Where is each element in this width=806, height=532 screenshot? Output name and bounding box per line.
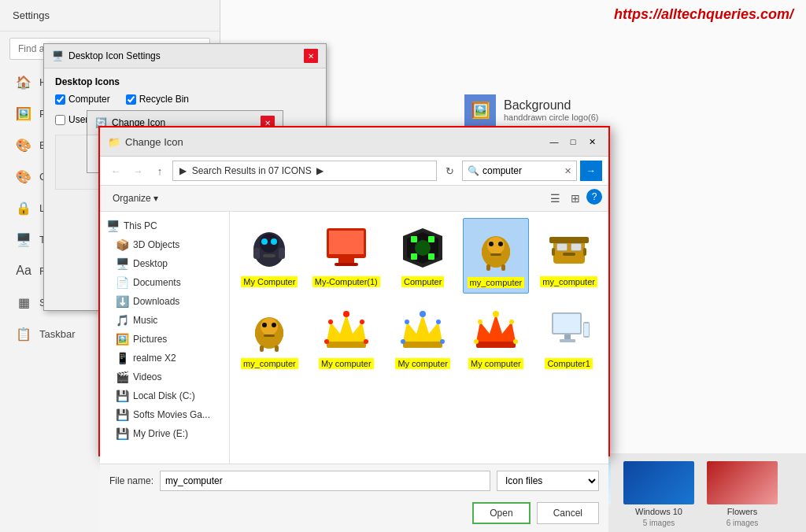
file-item-my-computer-walle[interactable]: my_computer xyxy=(535,218,602,294)
checkbox-computer-input[interactable] xyxy=(55,94,65,105)
tree-item-videos[interactable]: 🎬 Videos xyxy=(100,368,229,386)
organize-button[interactable]: Organize ▾ xyxy=(106,190,165,206)
file-item-crown-2[interactable]: My computer xyxy=(390,300,457,374)
svg-rect-44 xyxy=(275,345,279,352)
tree-item-my-drive[interactable]: 💾 My Drive (E:) xyxy=(100,424,229,443)
tree-item-downloads[interactable]: ⬇️ Downloads xyxy=(100,292,229,311)
svg-marker-59 xyxy=(476,314,516,342)
search-go-button[interactable]: → xyxy=(580,161,602,181)
search-input[interactable] xyxy=(482,165,561,176)
desktop-icons-section-label: Desktop Icons xyxy=(55,76,315,87)
svg-point-63 xyxy=(509,320,514,324)
svg-rect-6 xyxy=(279,248,285,259)
my-drive-icon: 💾 xyxy=(116,427,128,440)
wallpaper-windows10-thumb xyxy=(623,461,694,504)
minimize-button[interactable]: — xyxy=(545,133,563,150)
checkbox-recycle-bin[interactable]: Recycle Bin xyxy=(126,94,189,105)
checkbox-recycle-bin-input[interactable] xyxy=(126,94,136,105)
filetype-select[interactable]: Icon files All files xyxy=(497,471,599,491)
tree-item-pictures[interactable]: 🖼️ Pictures xyxy=(100,330,229,349)
window-controls: — □ ✕ xyxy=(545,133,601,150)
file-item-crown-3[interactable]: My computer xyxy=(463,300,530,374)
view-grid-button[interactable]: ⊞ xyxy=(566,189,585,208)
open-button[interactable]: Open xyxy=(472,502,530,524)
background-section: 🖼️ Background handdrawn circle logo(6) xyxy=(464,94,598,126)
back-button[interactable]: ← xyxy=(106,161,125,180)
svg-rect-35 xyxy=(549,237,589,243)
help-button[interactable]: ? xyxy=(586,189,602,205)
filename-input[interactable] xyxy=(160,471,490,491)
svg-point-64 xyxy=(474,339,479,344)
desktop-icon-settings-close-button[interactable]: ✕ xyxy=(304,49,318,63)
file-label-computer: Computer xyxy=(401,276,444,287)
tree-item-desktop[interactable]: 🖥️ Desktop xyxy=(100,254,229,273)
themes-icon: 🖥️ xyxy=(16,231,31,247)
file-icon-my-computer-1 xyxy=(321,223,372,273)
svg-rect-71 xyxy=(584,323,589,336)
background-icon: 🎨 xyxy=(16,137,31,153)
svg-point-55 xyxy=(405,320,409,324)
svg-rect-17 xyxy=(428,253,434,260)
svg-rect-67 xyxy=(553,314,580,333)
svg-point-56 xyxy=(436,320,441,324)
checkbox-computer[interactable]: Computer xyxy=(55,94,110,105)
tree-item-downloads-label: Downloads xyxy=(133,296,179,307)
maximize-button[interactable]: □ xyxy=(564,133,582,150)
cancel-button[interactable]: Cancel xyxy=(537,502,599,524)
svg-rect-30 xyxy=(557,244,567,250)
address-path[interactable]: ▶ Search Results in 07 ICONS ▶ xyxy=(172,161,437,181)
svg-point-58 xyxy=(440,339,445,344)
svg-point-48 xyxy=(328,320,333,324)
svg-point-21 xyxy=(498,242,503,246)
svg-rect-41 xyxy=(255,328,261,338)
3d-objects-icon: 📦 xyxy=(116,238,128,251)
svg-point-54 xyxy=(420,311,426,317)
checkbox-users-files-input[interactable] xyxy=(55,115,65,125)
tree-item-realmex2[interactable]: 📱 realme X2 xyxy=(100,349,229,368)
search-box: 🔍 ✕ xyxy=(462,161,577,181)
forward-button[interactable]: → xyxy=(128,161,147,180)
wallpaper-flowers[interactable]: Flowers 6 images xyxy=(707,461,778,527)
close-button[interactable]: ✕ xyxy=(583,133,601,150)
file-item-computer[interactable]: Computer xyxy=(390,218,457,294)
view-list-button[interactable]: ☰ xyxy=(545,189,564,208)
tree-item-this-pc-label: This PC xyxy=(124,220,157,231)
svg-rect-14 xyxy=(411,236,417,242)
svg-point-13 xyxy=(415,240,431,256)
file-item-my-computer-1[interactable]: My-Computer(1) xyxy=(309,218,383,294)
file-item-my-computer[interactable]: My Computer xyxy=(236,218,303,294)
view-buttons: ☰ ⊞ ? xyxy=(545,189,602,208)
documents-icon: 📄 xyxy=(116,276,128,289)
svg-point-49 xyxy=(360,320,364,324)
wallpaper-windows10[interactable]: Windows 10 5 images xyxy=(623,461,694,527)
file-item-computer1[interactable]: Computer1 xyxy=(535,300,602,374)
svg-rect-31 xyxy=(571,244,581,250)
svg-rect-5 xyxy=(253,248,260,259)
wallpaper-windows10-label: Windows 10 xyxy=(635,507,682,516)
file-item-crown-1[interactable]: My computer xyxy=(309,300,383,374)
tree-item-3d-objects[interactable]: 📦 3D Objects xyxy=(100,235,229,254)
file-icon-my-computer-selected xyxy=(471,224,521,274)
change-icon-title-label: Change Icon xyxy=(125,136,183,148)
svg-rect-16 xyxy=(411,253,417,260)
svg-rect-60 xyxy=(476,342,516,348)
refresh-button[interactable]: ↻ xyxy=(440,161,459,180)
file-item-my-computer-selected[interactable]: my_computer xyxy=(463,218,530,294)
tree-item-documents[interactable]: 📄 Documents xyxy=(100,273,229,292)
file-icon-crown-1 xyxy=(321,305,372,355)
tree-item-music[interactable]: 🎵 Music xyxy=(100,311,229,330)
file-icon-computer xyxy=(397,223,448,273)
up-button[interactable]: ↑ xyxy=(150,161,169,180)
tree-item-local-disk[interactable]: 💾 Local Disk (C:) xyxy=(100,386,229,405)
address-bar: ← → ↑ ▶ Search Results in 07 ICONS ▶ ↻ 🔍… xyxy=(100,157,608,186)
this-pc-icon: 🖥️ xyxy=(106,220,119,232)
search-clear-button[interactable]: ✕ xyxy=(564,166,571,176)
tree-item-softs[interactable]: 💾 Softs Movies Ga... xyxy=(100,405,229,424)
svg-rect-23 xyxy=(482,247,487,257)
start-icon: ▦ xyxy=(16,294,31,310)
file-item-my-computer-r2[interactable]: my_computer xyxy=(236,300,303,374)
wallpaper-flowers-count: 6 images xyxy=(727,519,759,527)
downloads-icon: ⬇️ xyxy=(116,295,128,308)
tree-item-this-pc[interactable]: 🖥️ This PC xyxy=(100,216,229,235)
svg-rect-32 xyxy=(563,253,575,256)
